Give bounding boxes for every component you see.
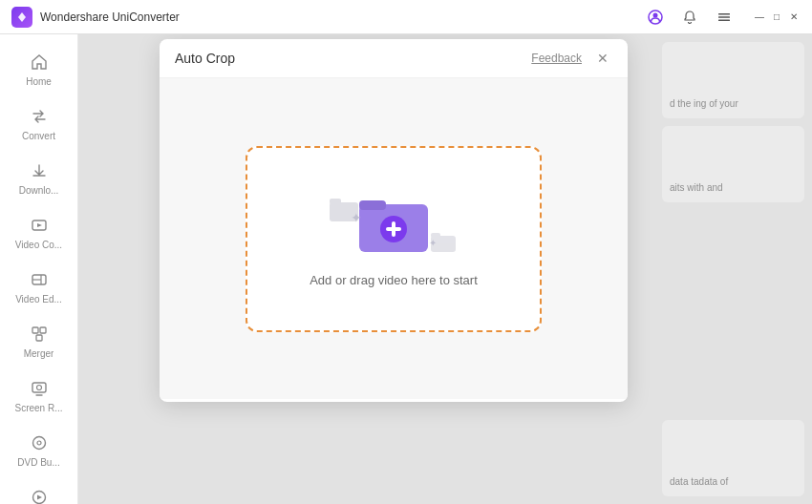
user-icon[interactable] xyxy=(642,4,669,31)
folder-icon-wrap: ✦ ✦ xyxy=(351,191,437,258)
window-controls: — □ ✕ xyxy=(753,10,801,24)
title-bar-controls: — □ ✕ xyxy=(642,4,801,31)
sidebar-item-dvd-burn[interactable]: DVD Bu... xyxy=(0,423,77,477)
minimize-button[interactable]: — xyxy=(753,10,766,24)
dialog-body: ✦ ✦ xyxy=(160,78,628,399)
svg-rect-8 xyxy=(40,327,46,333)
feedback-link[interactable]: Feedback xyxy=(531,52,582,65)
svg-rect-2 xyxy=(718,13,730,15)
screen-record-icon xyxy=(29,378,50,399)
auto-crop-dialog: Auto Crop Feedback ✕ xyxy=(160,39,628,402)
convert-icon xyxy=(29,106,50,127)
svg-point-12 xyxy=(32,437,45,450)
svg-rect-7 xyxy=(32,327,38,333)
app-title: Wondershare UniConverter xyxy=(40,10,642,24)
download-icon xyxy=(29,160,50,181)
svg-rect-3 xyxy=(718,16,730,18)
svg-rect-30 xyxy=(386,227,401,231)
merger-icon xyxy=(29,324,50,345)
svg-point-11 xyxy=(36,386,41,390)
player-icon xyxy=(29,487,50,504)
sidebar-item-download[interactable]: Downlo... xyxy=(0,151,77,205)
home-icon xyxy=(29,52,50,73)
dialog-title: Auto Crop xyxy=(175,51,235,66)
sidebar-item-screen-record[interactable]: Screen R... xyxy=(0,368,77,423)
svg-rect-9 xyxy=(36,335,42,341)
dialog-close-button[interactable]: ✕ xyxy=(593,49,612,68)
video-compress-label: Video Co... xyxy=(15,240,62,250)
svg-rect-10 xyxy=(32,383,46,392)
merger-label: Merger xyxy=(24,348,54,359)
menu-icon[interactable] xyxy=(711,4,737,31)
sidebar-item-convert[interactable]: Convert xyxy=(0,96,77,151)
video-compress-icon xyxy=(29,215,50,236)
svg-point-1 xyxy=(653,12,658,17)
sidebar: Home Convert Downlo... xyxy=(0,34,78,504)
svg-rect-4 xyxy=(718,19,730,21)
folder-svg xyxy=(359,197,428,252)
drop-zone[interactable]: ✦ ✦ xyxy=(246,146,542,332)
drop-zone-text: Add or drag video here to start xyxy=(310,273,478,287)
sidebar-item-player[interactable]: Player xyxy=(0,477,77,504)
dvd-burn-label: DVD Bu... xyxy=(17,457,59,468)
sidebar-item-merger[interactable]: Merger xyxy=(0,314,77,368)
sparkle-right: ✦ xyxy=(429,238,437,248)
bell-icon[interactable] xyxy=(676,4,703,31)
sidebar-item-home[interactable]: Home xyxy=(0,42,77,96)
svg-rect-23 xyxy=(330,199,341,204)
dialog-overlay: Auto Crop Feedback ✕ xyxy=(78,34,812,504)
video-edit-label: Video Ed... xyxy=(15,294,62,304)
screen-record-label: Screen R... xyxy=(14,403,62,413)
maximize-button[interactable]: □ xyxy=(770,10,783,24)
main-layout: Home Convert Downlo... xyxy=(0,34,812,504)
app-logo xyxy=(11,7,32,28)
dvd-burn-icon xyxy=(29,432,50,453)
sparkle-left: ✦ xyxy=(351,210,362,225)
dialog-header-right: Feedback ✕ xyxy=(531,49,612,68)
sidebar-item-video-edit[interactable]: Video Ed... xyxy=(0,260,77,314)
sidebar-item-video-compress[interactable]: Video Co... xyxy=(0,205,77,260)
download-label: Downlo... xyxy=(19,185,59,196)
home-label: Home xyxy=(26,76,52,87)
title-bar: Wondershare UniConverter — □ ✕ xyxy=(0,0,812,34)
convert-label: Convert xyxy=(22,131,55,141)
close-button[interactable]: ✕ xyxy=(787,10,801,24)
svg-point-13 xyxy=(37,441,41,445)
svg-rect-27 xyxy=(359,200,386,210)
video-edit-icon xyxy=(29,269,50,290)
content-area: d the ing of your aits with and data tad… xyxy=(78,34,812,504)
dialog-header: Auto Crop Feedback ✕ xyxy=(160,39,628,78)
